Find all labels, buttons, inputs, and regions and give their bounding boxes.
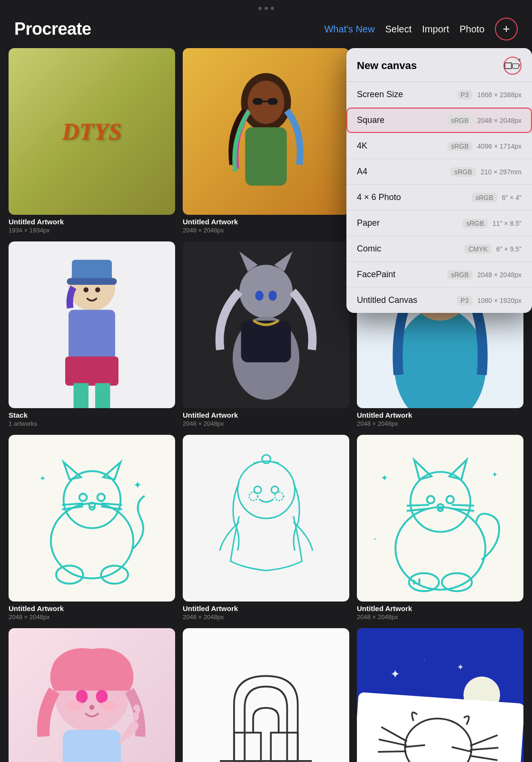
canvas-item-square[interactable]: Square sRGB 2048 × 2048px [346, 108, 532, 133]
new-canvas-icon-button[interactable] [503, 57, 522, 75]
canvas-colorspace-facepaint: sRGB [447, 270, 473, 280]
artwork-thumbnail [9, 628, 175, 762]
canvas-size-screen-size: 1668 × 2388px [477, 91, 522, 99]
svg-line-93 [469, 756, 498, 760]
nav-select[interactable]: Select [385, 24, 412, 35]
artwork-thumbnail [9, 241, 175, 408]
canvas-item-a4[interactable]: A4 sRGB 210 × 297mm [346, 159, 532, 185]
new-canvas-dropdown: New canvas Screen Size P3 1668 × 2388px … [346, 48, 532, 313]
canvas-item-4x6[interactable]: 4 × 6 Photo sRGB 6" × 4" [346, 185, 532, 211]
canvas-size-facepaint: 2048 × 2048px [477, 271, 522, 279]
svg-point-70 [100, 701, 117, 711]
artwork-item[interactable]: ✦ ✦ ⋆ Untitled Artwork 2048 × 2048px [357, 435, 523, 621]
svg-rect-72 [63, 730, 121, 762]
svg-line-55 [406, 505, 429, 506]
canvas-item-4k[interactable]: 4K sRGB 4096 × 1714px [346, 133, 532, 159]
header: Procreate What's New Select Import Photo… [0, 13, 532, 48]
artwork-item[interactable]: Stack 1 artworks [9, 241, 175, 427]
artwork-subtitle: 2048 × 2048px [357, 420, 523, 427]
artwork-item[interactable]: Untitled Artwork 2048 × 2048px [183, 435, 349, 621]
svg-point-25 [394, 308, 486, 408]
canvas-item-comic[interactable]: Comic CMYK 6" × 9.5" [346, 236, 532, 262]
artwork-item[interactable]: DTYS Untitled Artwork 1934 × 1934px [9, 48, 175, 234]
artwork-item[interactable]: Untitled Artwork 2048 × 2048px [183, 241, 349, 427]
svg-line-92 [470, 746, 498, 752]
svg-rect-7 [268, 98, 278, 105]
svg-point-48 [395, 507, 485, 589]
artwork-thumbnail: ✦ ✦ ⋆ [357, 435, 523, 602]
canvas-name-facepaint: FacePaint [357, 270, 395, 280]
artwork-thumbnail [183, 241, 349, 408]
canvas-meta-a4: sRGB 210 × 297mm [451, 167, 522, 177]
artwork-subtitle: 1 artworks [9, 420, 175, 427]
nav-photo[interactable]: Photo [460, 24, 484, 35]
svg-point-71 [89, 705, 95, 710]
svg-point-69 [67, 701, 84, 711]
svg-point-53 [446, 496, 454, 503]
canvas-colorspace-untitled: P3 [457, 296, 473, 305]
nav-whats-new[interactable]: What's New [324, 24, 374, 35]
artwork-subtitle: 1934 × 1934px [9, 227, 175, 234]
artwork-title: Untitled Artwork [183, 604, 349, 612]
svg-line-58 [452, 509, 474, 511]
new-canvas-header: New canvas [346, 48, 532, 82]
svg-line-57 [452, 505, 474, 506]
svg-rect-4 [245, 127, 287, 186]
artwork-svg [9, 628, 175, 762]
canvas-item-screen-size[interactable]: Screen Size P3 1668 × 2388px [346, 82, 532, 108]
svg-text:✦: ✦ [133, 479, 142, 491]
svg-line-88 [380, 727, 408, 742]
artwork-title: Untitled Artwork [183, 411, 349, 419]
svg-point-85 [403, 716, 473, 762]
svg-point-43 [254, 486, 261, 493]
canvas-size-4x6: 6" × 4" [502, 194, 522, 201]
artwork-thumbnail [183, 628, 349, 762]
svg-line-86 [405, 744, 425, 749]
svg-point-22 [255, 291, 264, 301]
sketch-inner-svg [357, 692, 523, 762]
svg-point-39 [101, 565, 128, 583]
canvas-icon [512, 62, 521, 70]
canvas-item-untitled[interactable]: Untitled Canvas P3 1080 × 1920px [346, 288, 532, 313]
add-button[interactable]: + [495, 18, 518, 40]
svg-point-42 [237, 461, 295, 518]
artwork-subtitle: 2048 × 2048px [183, 420, 349, 427]
canvas-name-4x6: 4 × 6 Photo [357, 192, 401, 202]
artwork-thumbnail [183, 435, 349, 602]
artwork-title: Untitled Artwork [357, 604, 523, 612]
canvas-item-paper[interactable]: Paper sRGB 11" × 8.5" [346, 211, 532, 236]
plus-icon: + [502, 22, 510, 35]
canvas-name-square: Square [357, 115, 384, 125]
artwork-title: Untitled Artwork [183, 218, 349, 226]
artwork-item[interactable]: Untitled Artwork 2048 × 2048px [183, 48, 349, 234]
svg-line-90 [378, 749, 406, 753]
artwork-thumbnail: ✦ ✦ · · ✦ [357, 628, 523, 762]
artwork-item[interactable]: Untitled Artwork 2048 × 2048px [183, 628, 349, 762]
canvas-meta-4x6: sRGB 6" × 4" [472, 193, 522, 202]
canvas-name-comic: Comic [357, 244, 381, 254]
artwork-item[interactable]: ✦ ✦ Untitled Artwork 2048 × 2048px [9, 435, 175, 621]
svg-rect-12 [69, 310, 115, 360]
svg-point-17 [95, 287, 100, 292]
svg-rect-6 [253, 98, 263, 105]
new-canvas-title: New canvas [357, 60, 417, 72]
canvas-size-paper: 11" × 8.5" [493, 220, 522, 227]
svg-line-56 [406, 509, 429, 511]
app-title: Procreate [14, 19, 91, 39]
artwork-title: Untitled Artwork [357, 411, 523, 419]
artwork-item[interactable]: Stack 2 artworks [9, 628, 175, 762]
nav-import[interactable]: Import [422, 24, 449, 35]
svg-point-45 [249, 492, 257, 501]
canvas-item-facepaint[interactable]: FacePaint sRGB 2048 × 2048px [346, 262, 532, 288]
svg-text:✦: ✦ [39, 474, 46, 482]
svg-text:✦: ✦ [390, 668, 400, 681]
svg-text:✦: ✦ [380, 472, 388, 482]
canvas-size-4k: 4096 × 1714px [477, 142, 522, 150]
canvas-size-comic: 6" × 9.5" [496, 245, 522, 253]
svg-rect-11 [67, 278, 117, 285]
svg-text:✦: ✦ [457, 662, 464, 672]
svg-marker-29 [63, 462, 80, 479]
artwork-item[interactable]: ✦ ✦ · · ✦ [357, 628, 523, 762]
artwork-subtitle: 2048 × 2048px [9, 613, 175, 621]
canvas-meta-untitled: P3 1080 × 1920px [457, 296, 522, 305]
